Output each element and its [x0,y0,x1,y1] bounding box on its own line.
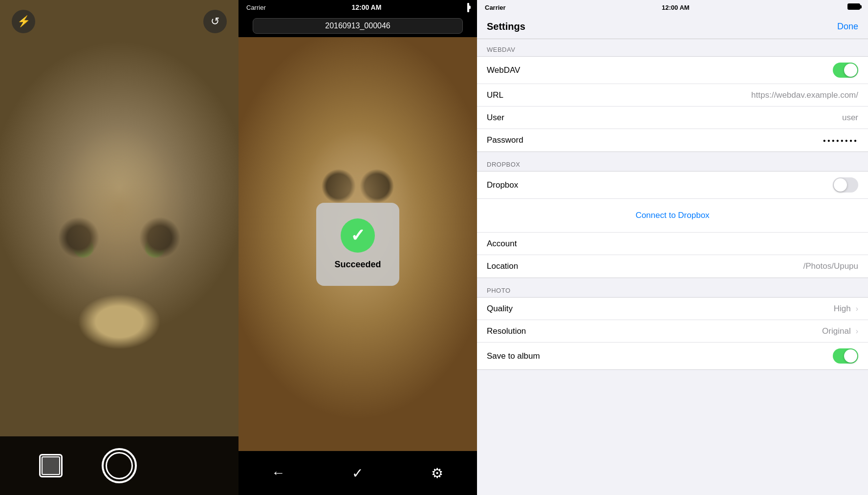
checkmark-icon: ✓ [350,225,365,246]
password-value[interactable]: ●●●●●●●● [823,138,858,143]
quality-row[interactable]: Quality High › [477,298,868,320]
success-overlay: ✓ Succeeded [316,203,399,286]
check-icon: ✓ [352,465,363,481]
battery-icon [467,3,469,12]
back-button[interactable]: ← [266,461,290,485]
resolution-row[interactable]: Resolution Original › [477,320,868,343]
gallery-button[interactable] [39,454,63,477]
password-label: Password [487,135,523,145]
photo-display-area: ✓ Succeeded [239,37,477,451]
webdav-toggle-knob [844,64,857,77]
user-row: User user [477,107,868,129]
save-to-album-toggle[interactable] [833,348,858,364]
password-dots: ●●●●●●●● [823,138,858,143]
flash-button[interactable]: ⚡ [12,10,35,33]
photo-section-header: PHOTO [477,280,868,297]
camera-top-bar: ⚡ ↺ [0,10,239,33]
dropbox-toggle[interactable] [833,177,858,193]
battery-indicator [467,4,469,11]
location-label: Location [487,261,518,271]
settings-battery [846,3,860,11]
settings-status-bar: Carrier 12:00 AM [477,0,868,15]
done-button[interactable]: Done [837,22,858,32]
webdav-toggle-row: WebDAV [477,57,868,84]
password-row: Password ●●●●●●●● [477,129,868,151]
settings-time: 12:00 AM [662,4,690,11]
success-text: Succeeded [334,259,381,270]
user-value[interactable]: user [842,113,858,123]
location-value[interactable]: /Photos/Upupu [803,261,858,271]
resolution-chevron: › [856,327,858,336]
resolution-text: Original [822,326,851,336]
quality-label: Quality [487,304,513,314]
dropbox-label: Dropbox [487,180,518,190]
photo-status-bar: Carrier 12:00 AM [239,0,477,15]
save-to-album-toggle-knob [844,349,857,363]
account-row: Account [477,233,868,255]
resolution-value: Original › [822,326,858,336]
quality-chevron: › [856,304,858,313]
rotate-icon: ↺ [211,15,219,28]
url-label: URL [487,90,503,100]
url-value[interactable]: https://webdav.example.com/ [751,90,858,100]
settings-carrier: Carrier [485,4,506,11]
connect-dropbox-link[interactable]: Connect to Dropbox [487,205,858,226]
photo-group: Quality High › Resolution Original › Sav… [477,297,868,370]
time-display: 12:00 AM [351,3,381,11]
success-checkmark-circle: ✓ [341,218,375,253]
quality-text: High [834,304,851,314]
dropbox-section-header: DROPBOX [477,154,868,171]
photo-bottom-bar: ← ✓ ⚙ [239,451,477,495]
settings-button[interactable]: ⚙ [425,461,450,485]
dropbox-toggle-row: Dropbox [477,172,868,199]
account-label: Account [487,239,517,249]
filename-bar [239,15,477,37]
camera-panel: ⚡ ↺ [0,0,239,495]
rotate-camera-button[interactable]: ↺ [203,10,227,33]
dropbox-toggle-knob [834,178,847,192]
cat-face-overlay [0,0,239,495]
webdav-group: WebDAV URL https://webdav.example.com/ U… [477,56,868,152]
carrier-label: Carrier [246,4,266,11]
quality-value: High › [834,304,858,314]
webdav-toggle[interactable] [833,63,858,78]
settings-nav-bar: Settings Done [477,15,868,39]
settings-title: Settings [487,21,525,32]
gear-icon: ⚙ [431,465,443,481]
settings-panel: Carrier 12:00 AM Settings Done WEBDAV We… [477,0,868,495]
webdav-section-header: WEBDAV [477,39,868,56]
confirm-button[interactable]: ✓ [346,461,370,485]
back-icon: ← [271,465,285,481]
url-row: URL https://webdav.example.com/ [477,84,868,107]
save-to-album-label: Save to album [487,351,540,361]
shutter-inner [106,452,133,479]
battery-icon [847,3,860,10]
location-row: Location /Photos/Upupu [477,255,868,278]
shutter-button[interactable] [102,448,137,483]
filename-input[interactable] [253,18,462,34]
flash-icon: ⚡ [17,15,30,28]
save-to-album-row: Save to album [477,343,868,369]
dropbox-group: Dropbox Connect to Dropbox Account Locat… [477,171,868,278]
user-label: User [487,113,504,123]
photo-viewer-panel: Carrier 12:00 AM ✓ Succeeded ← ✓ ⚙ [239,0,477,495]
resolution-label: Resolution [487,326,526,336]
webdav-label: WebDAV [487,65,520,75]
camera-bottom-bar [0,436,239,495]
connect-dropbox-row[interactable]: Connect to Dropbox [477,199,868,233]
